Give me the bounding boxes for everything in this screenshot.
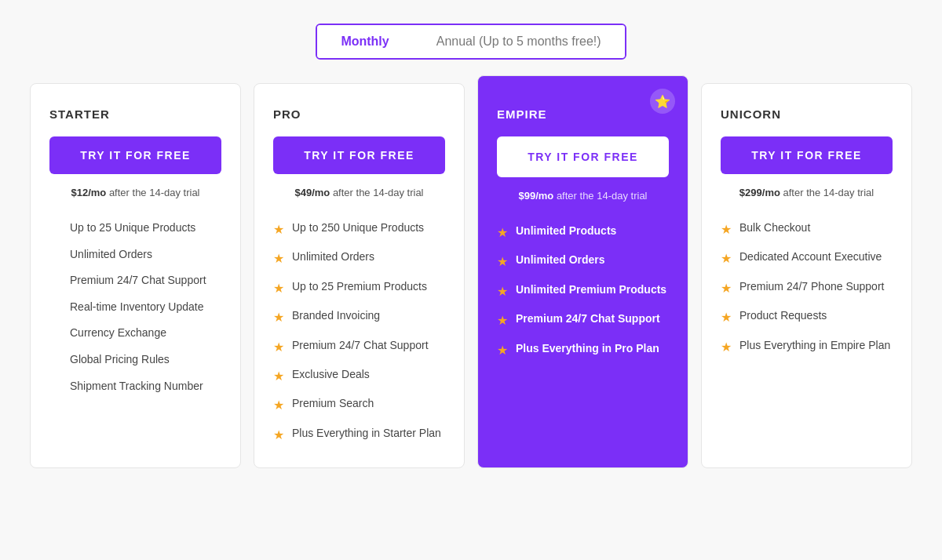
feature-text: Unlimited Orders <box>292 249 374 265</box>
annual-btn[interactable]: Annual (Up to 5 months free!) <box>413 25 625 58</box>
feature-item: ★Premium 24/7 Phone Support <box>721 279 893 297</box>
billing-toggle: Monthly Annual (Up to 5 months free!) <box>316 24 626 60</box>
feature-item: ★Exclusive Deals <box>273 367 445 385</box>
feature-item: ★Up to 250 Unique Products <box>273 220 445 238</box>
star-icon: ★ <box>273 280 284 297</box>
plan-card-unicorn: UNICORNTRY IT FOR FREE$299/mo after the … <box>701 83 912 468</box>
feature-text: Unlimited Orders <box>516 253 605 268</box>
plan-card-starter: STARTERTRY IT FOR FREE$12/mo after the 1… <box>30 83 241 468</box>
feature-text: Unlimited Premium Products <box>516 282 666 298</box>
plan-card-pro: PROTRY IT FOR FREE$49/mo after the 14-da… <box>254 83 465 468</box>
feature-text: Up to 25 Premium Products <box>292 279 427 295</box>
feature-item: ★Plus Everything in Pro Plan <box>497 341 669 359</box>
star-icon: ★ <box>497 224 508 242</box>
star-icon: ★ <box>721 309 732 326</box>
price-unicorn: $299/mo after the 14-day trial <box>721 187 893 198</box>
cta-button-empire[interactable]: TRY IT FOR FREE <box>497 136 669 177</box>
feature-item: ★Premium 24/7 Chat Support <box>497 311 669 329</box>
feature-text: Unlimited Products <box>516 224 616 239</box>
star-icon: ★ <box>273 250 284 267</box>
star-icon: ★ <box>273 309 284 326</box>
plan-name-empire: EMPIRE <box>497 107 669 121</box>
feature-item: ★Dedicated Account Executive <box>721 249 893 267</box>
feature-text: Up to 25 Unique Products <box>70 220 195 236</box>
feature-text: Premium 24/7 Chat Support <box>292 338 429 354</box>
price-pro: $49/mo after the 14-day trial <box>273 187 445 198</box>
featured-badge: ⭐ <box>650 89 675 114</box>
feature-item: Shipment Tracking Number <box>49 379 221 395</box>
plan-name-pro: PRO <box>273 107 445 121</box>
feature-item: ★Product Requests <box>721 308 893 326</box>
cta-button-pro[interactable]: TRY IT FOR FREE <box>273 136 445 174</box>
feature-text: Product Requests <box>739 308 827 324</box>
features-list-pro: ★Up to 250 Unique Products★Unlimited Ord… <box>273 220 445 444</box>
feature-item: ★Branded Invoicing <box>273 308 445 326</box>
feature-item: ★Unlimited Products <box>497 224 669 242</box>
feature-text: Premium 24/7 Phone Support <box>739 279 884 295</box>
feature-item: Unlimited Orders <box>49 247 221 263</box>
feature-item: ★Premium Search <box>273 396 445 414</box>
star-icon: ★ <box>721 280 732 297</box>
feature-item: Global Pricing Rules <box>49 352 221 368</box>
feature-item: ★Plus Everything in Starter Plan <box>273 426 445 444</box>
plans-container: STARTERTRY IT FOR FREE$12/mo after the 1… <box>24 83 918 468</box>
monthly-btn[interactable]: Monthly <box>317 25 412 58</box>
feature-item: Real-time Inventory Update <box>49 300 221 315</box>
star-icon: ★ <box>721 221 732 238</box>
feature-text: Premium Search <box>292 396 374 412</box>
feature-text: Premium 24/7 Chat Support <box>516 311 660 327</box>
feature-item: ★Up to 25 Premium Products <box>273 279 445 297</box>
plan-name-starter: STARTER <box>49 107 221 121</box>
feature-item: Up to 25 Unique Products <box>49 220 221 236</box>
cta-button-unicorn[interactable]: TRY IT FOR FREE <box>721 136 893 174</box>
plan-card-empire: ⭐EMPIRETRY IT FOR FREE$99/mo after the 1… <box>477 75 688 468</box>
feature-text: Branded Invoicing <box>292 308 380 324</box>
price-starter: $12/mo after the 14-day trial <box>49 187 221 198</box>
star-icon: ★ <box>497 283 508 300</box>
star-icon: ★ <box>497 253 508 271</box>
feature-text: Plus Everything in Empire Plan <box>739 338 890 354</box>
feature-text: Dedicated Account Executive <box>739 249 882 265</box>
star-icon: ★ <box>721 250 732 267</box>
cta-button-starter[interactable]: TRY IT FOR FREE <box>49 136 221 174</box>
feature-item: ★Bulk Checkout <box>721 220 893 238</box>
feature-text: Shipment Tracking Number <box>70 379 203 395</box>
feature-text: Global Pricing Rules <box>70 352 170 368</box>
feature-text: Exclusive Deals <box>292 367 370 383</box>
feature-text: Plus Everything in Pro Plan <box>516 341 659 357</box>
feature-item: Currency Exchange <box>49 325 221 341</box>
star-icon: ★ <box>497 312 508 329</box>
star-icon: ★ <box>273 427 284 444</box>
star-icon: ★ <box>273 368 284 385</box>
features-list-unicorn: ★Bulk Checkout★Dedicated Account Executi… <box>721 220 893 356</box>
features-list-starter: Up to 25 Unique ProductsUnlimited Orders… <box>49 220 221 394</box>
feature-text: Up to 250 Unique Products <box>292 220 424 236</box>
features-list-empire: ★Unlimited Products★Unlimited Orders★Unl… <box>497 224 669 359</box>
feature-item: ★Premium 24/7 Chat Support <box>273 338 445 356</box>
feature-text: Real-time Inventory Update <box>70 300 203 315</box>
star-icon: ★ <box>273 339 284 356</box>
feature-text: Plus Everything in Starter Plan <box>292 426 441 442</box>
feature-item: ★Unlimited Orders <box>273 249 445 267</box>
feature-text: Unlimited Orders <box>70 247 152 263</box>
star-icon: ★ <box>273 221 284 238</box>
feature-item: ★Plus Everything in Empire Plan <box>721 338 893 356</box>
star-icon: ★ <box>273 397 284 414</box>
plan-name-unicorn: UNICORN <box>721 107 893 121</box>
feature-text: Currency Exchange <box>70 325 166 341</box>
feature-item: Premium 24/7 Chat Support <box>49 273 221 289</box>
price-empire: $99/mo after the 14-day trial <box>497 190 669 202</box>
feature-text: Premium 24/7 Chat Support <box>70 273 206 289</box>
star-icon: ★ <box>497 342 508 359</box>
star-icon: ★ <box>721 339 732 356</box>
feature-item: ★Unlimited Orders <box>497 253 669 271</box>
feature-item: ★Unlimited Premium Products <box>497 282 669 300</box>
feature-text: Bulk Checkout <box>739 220 810 236</box>
